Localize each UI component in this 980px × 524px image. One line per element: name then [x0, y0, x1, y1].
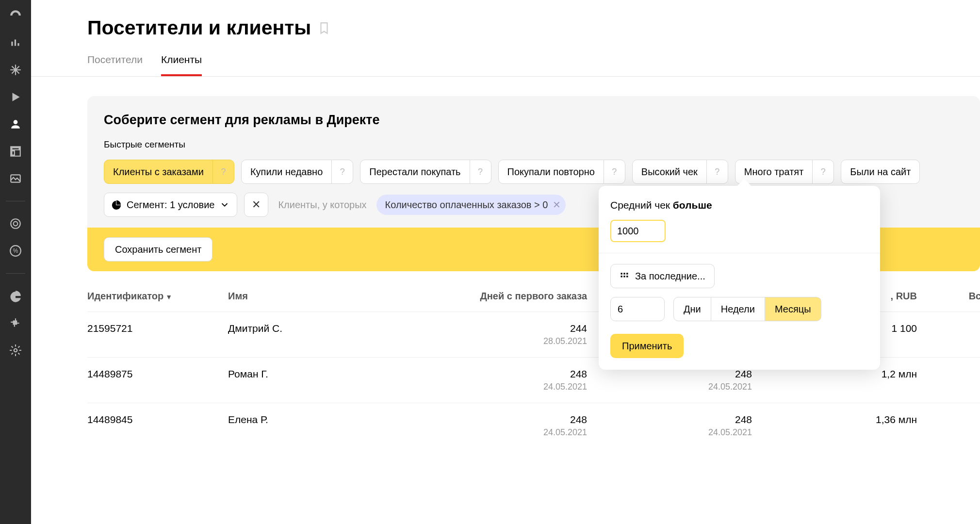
cell-name: Роман Г.	[228, 368, 393, 380]
sidebar-divider	[6, 201, 25, 201]
svg-rect-8	[626, 273, 628, 274]
chip-stopped-buying[interactable]: Перестали покупать ?	[360, 160, 491, 184]
nav-dashboard-icon[interactable]	[9, 9, 22, 22]
period-weeks-button[interactable]: Недели	[711, 297, 765, 321]
filter-condition-pill[interactable]: Количество оплаченных заказов > 0 ✕	[376, 195, 566, 215]
svg-point-5	[14, 349, 17, 352]
cell-days2: 248 24.05.2021	[587, 368, 752, 392]
apply-button[interactable]: Применить	[610, 334, 684, 358]
sort-desc-icon: ▼	[165, 293, 172, 301]
table-row[interactable]: 14489845 Елена Р. 248 24.05.2021 248 24.…	[87, 403, 980, 448]
nav-layout-icon[interactable]	[9, 145, 22, 158]
svg-rect-10	[623, 276, 625, 277]
sidebar: %	[0, 0, 31, 524]
chip-big-spenders[interactable]: Много тратят ?	[735, 160, 834, 184]
cell-id: 21595721	[87, 323, 228, 334]
svg-rect-7	[623, 273, 625, 274]
nav-play-icon[interactable]	[9, 90, 22, 104]
nav-puzzle-icon[interactable]	[9, 316, 22, 330]
nav-user-icon[interactable]	[9, 117, 22, 131]
tab-visitors[interactable]: Посетители	[87, 54, 143, 76]
col-days-first[interactable]: Дней с первого заказа	[393, 291, 587, 302]
cell-rub: 1,36 млн	[752, 414, 917, 426]
nav-settings-icon[interactable]	[9, 344, 22, 357]
segment-conditions-button[interactable]: Сегмент: 1 условие	[104, 193, 237, 217]
chip-bought-recently[interactable]: Купили недавно ?	[241, 160, 353, 184]
chip-clients-with-orders[interactable]: Клиенты с заказами ?	[104, 160, 234, 184]
help-icon[interactable]: ?	[212, 160, 234, 183]
cell-name: Дмитрий С.	[228, 323, 393, 334]
chip-visited-site[interactable]: Были на сайт	[841, 160, 920, 184]
chip-high-check[interactable]: Высокий чек ?	[632, 160, 728, 184]
calendar-grid-icon	[620, 271, 629, 281]
chip-repeat-buyers[interactable]: Покупали повторно ?	[498, 160, 625, 184]
filter-label: Клиенты, у которых	[278, 199, 366, 211]
clear-segment-button[interactable]: ✕	[244, 193, 268, 217]
cell-id: 14489845	[87, 414, 228, 426]
svg-rect-9	[621, 276, 622, 277]
period-months-button[interactable]: Месяцы	[765, 297, 821, 321]
help-icon[interactable]: ?	[470, 160, 491, 183]
cell-days1: 244 28.05.2021	[393, 323, 587, 346]
remove-condition-icon[interactable]: ✕	[553, 199, 561, 211]
pie-icon	[111, 199, 122, 210]
tabs: Посетители Клиенты	[87, 54, 980, 76]
period-days-button[interactable]: Дни	[673, 297, 711, 321]
cell-days1: 248 24.05.2021	[393, 414, 587, 438]
col-total[interactable]: Всего зак	[917, 291, 980, 302]
svg-point-1	[11, 219, 20, 229]
nav-snowflake-icon[interactable]	[9, 63, 22, 77]
bookmark-icon[interactable]	[318, 20, 330, 36]
sidebar-divider	[6, 273, 25, 274]
quick-segments-label: Быстрые сегменты	[104, 139, 980, 150]
svg-text:%: %	[13, 247, 18, 254]
popover-title: Средний чек больше	[610, 199, 868, 211]
cell-id: 14489875	[87, 368, 228, 380]
col-id[interactable]: Идентификатор▼	[87, 291, 228, 302]
nav-percent-icon[interactable]: %	[9, 244, 22, 258]
main-content: Посетители и клиенты Посетители Клиенты …	[31, 0, 980, 524]
divider	[599, 253, 880, 253]
nav-pie-icon[interactable]	[9, 289, 22, 303]
save-segment-button[interactable]: Сохранить сегмент	[104, 237, 212, 262]
tab-clients[interactable]: Клиенты	[161, 54, 202, 76]
svg-rect-6	[621, 273, 622, 274]
nav-reports-icon[interactable]	[9, 36, 22, 49]
tab-underline	[31, 76, 980, 77]
cell-name: Елена Р.	[228, 414, 393, 426]
period-selector: Дни Недели Месяцы	[610, 297, 868, 321]
filter-popover: Средний чек больше За последние... Дни Н…	[599, 186, 880, 370]
cell-days1: 248 24.05.2021	[393, 368, 587, 392]
avg-check-input[interactable]	[610, 220, 666, 242]
period-value-input[interactable]	[610, 297, 665, 321]
quick-segment-chips: Клиенты с заказами ? Купили недавно ? Пе…	[104, 160, 980, 184]
chevron-down-icon	[219, 199, 230, 210]
cell-days2: 248 24.05.2021	[587, 414, 752, 438]
cell-rub: 1,2 млн	[752, 368, 917, 380]
help-icon[interactable]: ?	[331, 160, 353, 183]
page-title: Посетители и клиенты	[87, 16, 311, 39]
nav-target-icon[interactable]	[9, 217, 22, 230]
date-range-button[interactable]: За последние...	[610, 264, 715, 288]
segment-panel: Соберите сегмент для рекламы в Директе Б…	[87, 96, 980, 271]
filter-row: Сегмент: 1 условие ✕ Клиенты, у которых …	[104, 193, 980, 217]
help-icon[interactable]: ?	[604, 160, 625, 183]
col-name[interactable]: Имя	[228, 291, 393, 302]
help-icon[interactable]: ?	[812, 160, 833, 183]
nav-image-icon[interactable]	[9, 172, 22, 185]
segment-title: Соберите сегмент для рекламы в Директе	[104, 113, 980, 128]
svg-rect-11	[626, 276, 628, 277]
help-icon[interactable]: ?	[706, 160, 728, 183]
svg-point-2	[14, 222, 18, 226]
